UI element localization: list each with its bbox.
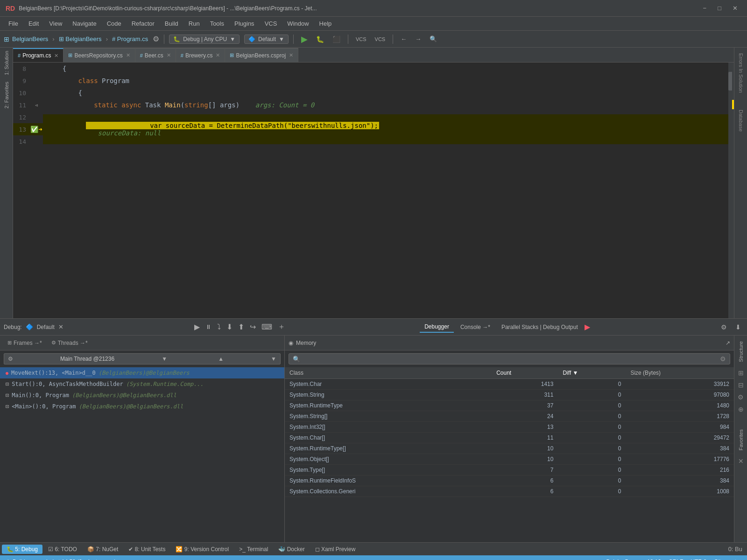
cell-size-5: 29472 (626, 433, 734, 443)
btab-unit-tests[interactable]: ✔ 8: Unit Tests (124, 545, 170, 554)
nav-forward-button[interactable]: → (412, 34, 424, 44)
close-button[interactable]: ✕ (729, 5, 741, 12)
menu-view[interactable]: View (44, 18, 67, 29)
col-diff[interactable]: Diff ▼ (558, 367, 626, 379)
menu-code[interactable]: Code (102, 18, 126, 29)
menu-refactor[interactable]: Refactor (127, 18, 159, 29)
evaluate-button[interactable]: ⌨ (259, 321, 275, 333)
side-favorites-label[interactable]: Favorites (736, 426, 746, 454)
tab-close-beers-repo[interactable]: ✕ (126, 52, 130, 58)
btab-debug[interactable]: 🐛 5: Debug (2, 545, 42, 554)
breadcrumb-module[interactable]: ⊞ BelgianBeers (59, 35, 102, 42)
toolbar-icon-settings[interactable]: ⚙ (153, 35, 159, 43)
tab-beer-cs[interactable]: # Beer.cs ✕ (135, 48, 176, 62)
sidebar-label-solution[interactable]: 1: Solution (2, 49, 11, 77)
menu-file[interactable]: File (4, 18, 23, 29)
tab-console[interactable]: Console →* (456, 322, 495, 332)
sidebar-label-errors[interactable]: Errors In Solution (736, 49, 746, 97)
menu-edit[interactable]: Edit (24, 18, 43, 29)
pause-button[interactable]: ⏸ (203, 322, 214, 332)
cell-count-5: 11 (492, 433, 558, 443)
cell-class-7: System.Object[] (285, 454, 492, 465)
right-sidebar: Errors In Solution Database (734, 48, 747, 318)
col-class[interactable]: Class (285, 367, 492, 379)
code-editor[interactable]: 8 { 9 class Program 10 { 11 (13, 63, 734, 318)
tab-parallel-stacks[interactable]: Parallel Stacks | Debug Output (497, 322, 583, 332)
minimize-button[interactable]: − (699, 5, 711, 12)
frame-item-3[interactable]: ⊡ <Main>():0, Program (BelgianBeers)@Bel… (0, 401, 284, 412)
memory-settings-icon[interactable]: ⚙ (720, 355, 726, 363)
add-watch-button[interactable]: ＋ (275, 321, 288, 333)
frame-item-0[interactable]: ● MoveNext():13, <Main>d__0 (BelgianBeer… (0, 367, 284, 378)
side-btn-2[interactable]: ⊟ (737, 380, 745, 390)
resume-button[interactable]: ▶ (192, 321, 202, 333)
side-btn-1[interactable]: ⊞ (737, 368, 745, 378)
debug-run-button[interactable]: 🐛 (313, 34, 327, 44)
btab-xaml[interactable]: ◻ Xaml Preview (310, 545, 360, 554)
tab-beers-repository[interactable]: ⊞ BeersRepository.cs ✕ (63, 48, 135, 62)
menu-build[interactable]: Build (160, 18, 183, 29)
sidebar-label-database[interactable]: Database (736, 106, 746, 135)
side-structure-label[interactable]: Structure (736, 337, 746, 366)
menu-navigate[interactable]: Navigate (68, 18, 101, 29)
tab-brewery-cs[interactable]: # Brewery.cs ✕ (176, 48, 226, 62)
menu-vcs[interactable]: VCS (260, 18, 282, 29)
btab-version-control[interactable]: 🔀 9: Version Control (171, 545, 233, 554)
step-into-button[interactable]: ⬇ (224, 321, 235, 333)
tab-csproj[interactable]: ⊞ BelgianBeers.csproj ✕ (225, 48, 298, 62)
thread-dropdown-arrow[interactable]: ▼ (162, 356, 167, 362)
step-out-button[interactable]: ⬆ (236, 321, 247, 333)
menu-plugins[interactable]: Plugins (230, 18, 259, 29)
thread-down-arrow[interactable]: ▼ (271, 356, 276, 362)
btab-todo[interactable]: ☑ 6: TODO (43, 545, 82, 554)
cell-size-10: 1008 (626, 486, 734, 497)
breadcrumb-file[interactable]: # Program.cs (112, 35, 148, 42)
tab-program-cs[interactable]: # Program.cs ✕ (13, 48, 63, 62)
debug-config-dropdown[interactable]: 🐛 Debug | Any CPU ▼ (169, 35, 240, 44)
side-btn-3[interactable]: ⊕ (737, 404, 745, 414)
right-btn-buffer[interactable]: 0: Bu (726, 546, 745, 553)
btab-nuget[interactable]: 📦 7: NuGet (83, 545, 123, 554)
memory-search-input[interactable] (302, 356, 720, 362)
tab-close-brewery[interactable]: ✕ (216, 52, 220, 58)
menu-help[interactable]: Help (315, 18, 337, 29)
tab-debugger[interactable]: Debugger (420, 322, 454, 333)
vcs-update-button[interactable]: VCS (372, 35, 388, 43)
threads-button[interactable]: ⚙ Threads →* (48, 338, 92, 348)
vcs-button[interactable]: VCS (353, 35, 369, 43)
btab-docker[interactable]: 🐳 Docker (274, 545, 309, 554)
thread-selector[interactable]: ⚙ Main Thread @21236 ▼ ▲ ▼ (4, 353, 281, 364)
profile-dropdown[interactable]: 🔷 Default ▼ (244, 35, 289, 44)
tab-close-csproj[interactable]: ✕ (289, 52, 293, 58)
debug-profile-close[interactable]: ✕ (58, 323, 63, 330)
memory-expand-icon[interactable]: ↗ (726, 340, 730, 346)
col-count[interactable]: Count (492, 367, 558, 379)
stop-button[interactable]: ⬛ (330, 34, 343, 44)
search-icon: 🔍 (293, 356, 300, 363)
nav-back-button[interactable]: ← (398, 34, 409, 44)
frames-button[interactable]: ⊞ Frames →* (4, 338, 46, 348)
side-btn-gear[interactable]: ⚙ (736, 392, 745, 402)
tab-run-indicator[interactable]: ▶ (585, 322, 590, 331)
tab-close-beer[interactable]: ✕ (167, 52, 171, 58)
frame-item-2[interactable]: ⊡ Main():0, Program (BelgianBeers)@Belgi… (0, 390, 284, 401)
maximize-button[interactable]: □ (714, 5, 725, 12)
col-size[interactable]: Size (Bytes) (626, 367, 734, 379)
side-btn-close[interactable]: ✕ (737, 456, 745, 466)
settings-button[interactable]: ⚙ (719, 322, 729, 332)
download-button[interactable]: ⬇ (733, 322, 743, 332)
btab-terminal[interactable]: >_ Terminal (234, 545, 273, 554)
step-over-button[interactable]: ⤵ (215, 322, 223, 333)
tab-close-program[interactable]: ✕ (54, 53, 58, 59)
menu-tools[interactable]: Tools (205, 18, 229, 29)
breadcrumb-project[interactable]: BelgianBeers (12, 35, 48, 42)
search-button[interactable]: 🔍 (427, 34, 440, 44)
menu-run[interactable]: Run (184, 18, 204, 29)
thread-up-arrow[interactable]: ▲ (218, 356, 224, 362)
menu-window[interactable]: Window (282, 18, 313, 29)
sidebar-label-favorites[interactable]: 2: Favorites (2, 80, 11, 110)
run-button[interactable]: ▶ (298, 33, 310, 46)
frame-item-1[interactable]: ⊡ Start():0, AsyncTaskMethodBuilder (Sys… (0, 378, 284, 390)
run-to-cursor-button[interactable]: ↪ (247, 321, 258, 333)
editor-scrollbar[interactable] (728, 63, 734, 318)
